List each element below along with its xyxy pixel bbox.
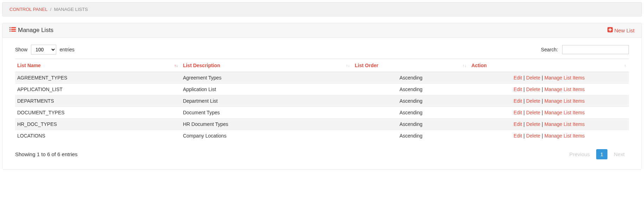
table-row: LOCATIONSCompany LocationsAscendingEdit|…	[15, 130, 629, 142]
table-row: DEPARTMENTSDepartment ListAscendingEdit|…	[15, 95, 629, 107]
action-separator: |	[540, 133, 545, 139]
manage-list-items-link[interactable]: Manage List Items	[545, 98, 585, 104]
action-separator: |	[522, 133, 526, 139]
cell-list-description: Application List	[181, 84, 353, 95]
cell-list-name: DOCUMENT_TYPES	[15, 107, 181, 119]
sort-icon: ↑	[624, 63, 626, 68]
cell-list-description: HR Document Types	[181, 119, 353, 130]
length-select[interactable]: 100	[31, 45, 56, 55]
edit-link[interactable]: Edit	[514, 133, 522, 139]
panel-body: Show 100 entries Search: L	[2, 38, 642, 169]
cell-list-order: Ascending	[353, 130, 469, 142]
action-separator: |	[522, 110, 526, 115]
datatable-bottom-bar: Showing 1 to 6 of 6 entries Previous 1 N…	[15, 149, 629, 159]
search-control: Search:	[541, 45, 629, 54]
action-separator: |	[522, 121, 526, 127]
cell-list-order: Ascending	[353, 95, 469, 107]
col-header-description[interactable]: List Description ↑↓	[181, 59, 353, 72]
sort-icon: ↑↓	[346, 63, 350, 68]
svg-rect-5	[11, 31, 16, 32]
panel-header: Manage Lists New List	[2, 23, 642, 38]
svg-rect-3	[11, 27, 16, 28]
action-separator: |	[540, 98, 545, 104]
delete-link[interactable]: Delete	[526, 98, 540, 104]
edit-link[interactable]: Edit	[514, 87, 522, 92]
action-separator: |	[540, 110, 545, 115]
delete-link[interactable]: Delete	[526, 87, 540, 92]
action-separator: |	[540, 121, 545, 127]
cell-list-name: APPLICATION_LIST	[15, 84, 181, 95]
svg-rect-1	[9, 29, 11, 30]
delete-link[interactable]: Delete	[526, 75, 540, 81]
delete-link[interactable]: Delete	[526, 121, 540, 127]
cell-list-description: Agreement Types	[181, 72, 353, 84]
col-header-action[interactable]: Action ↑	[469, 59, 629, 72]
table-row: HR_DOC_TYPESHR Document TypesAscendingEd…	[15, 119, 629, 130]
cell-action: Edit|Delete|Manage List Items	[469, 130, 629, 142]
edit-link[interactable]: Edit	[514, 110, 522, 115]
cell-list-name: AGREEMENT_TYPES	[15, 72, 181, 84]
length-label-post: entries	[60, 47, 75, 52]
pagination: Previous 1 Next	[565, 149, 629, 159]
manage-list-items-link[interactable]: Manage List Items	[545, 121, 585, 127]
delete-link[interactable]: Delete	[526, 110, 540, 115]
col-header-name-text: List Name	[17, 63, 41, 68]
cell-list-order: Ascending	[353, 84, 469, 95]
table-row: DOCUMENT_TYPESDocument TypesAscendingEdi…	[15, 107, 629, 119]
search-input[interactable]	[562, 45, 629, 54]
pagination-page-1[interactable]: 1	[596, 149, 607, 159]
cell-list-description: Department List	[181, 95, 353, 107]
cell-action: Edit|Delete|Manage List Items	[469, 84, 629, 95]
action-separator: |	[540, 87, 545, 92]
svg-rect-0	[9, 27, 11, 28]
edit-link[interactable]: Edit	[514, 75, 522, 81]
edit-link[interactable]: Edit	[514, 98, 522, 104]
cell-list-name: HR_DOC_TYPES	[15, 119, 181, 130]
sort-asc-icon: ↑↓	[174, 63, 178, 68]
sort-icon: ↑↓	[463, 63, 466, 68]
action-separator: |	[522, 87, 526, 92]
cell-list-order: Ascending	[353, 107, 469, 119]
manage-list-items-link[interactable]: Manage List Items	[545, 75, 585, 81]
edit-link[interactable]: Edit	[514, 121, 522, 127]
col-header-order[interactable]: List Order ↑↓	[353, 59, 469, 72]
search-label: Search:	[541, 47, 558, 52]
pagination-previous[interactable]: Previous	[565, 149, 594, 159]
new-list-label: New List	[614, 27, 635, 33]
panel-title: Manage Lists	[9, 27, 53, 34]
col-header-order-text: List Order	[355, 63, 378, 68]
cell-list-description: Document Types	[181, 107, 353, 119]
svg-rect-8	[608, 29, 612, 30]
length-label-pre: Show	[15, 47, 27, 52]
cell-action: Edit|Delete|Manage List Items	[469, 119, 629, 130]
action-separator: |	[522, 75, 526, 81]
plus-square-icon	[607, 27, 613, 33]
manage-list-items-link[interactable]: Manage List Items	[545, 110, 585, 115]
panel-title-text: Manage Lists	[18, 27, 53, 34]
lists-table: List Name ↑↓ List Description ↑↓ List Or…	[15, 59, 629, 141]
cell-action: Edit|Delete|Manage List Items	[469, 72, 629, 84]
cell-list-order: Ascending	[353, 72, 469, 84]
svg-rect-4	[11, 29, 16, 30]
datatable-info: Showing 1 to 6 of 6 entries	[15, 151, 78, 157]
delete-link[interactable]: Delete	[526, 133, 540, 139]
breadcrumb-separator: /	[49, 7, 53, 12]
cell-list-order: Ascending	[353, 119, 469, 130]
action-separator: |	[540, 75, 545, 81]
pagination-next[interactable]: Next	[610, 149, 629, 159]
manage-list-items-link[interactable]: Manage List Items	[545, 133, 585, 139]
breadcrumb-root-link[interactable]: CONTROL PANEL	[9, 7, 47, 12]
col-header-description-text: List Description	[183, 63, 220, 68]
cell-list-name: DEPARTMENTS	[15, 95, 181, 107]
table-row: AGREEMENT_TYPESAgreement TypesAscendingE…	[15, 72, 629, 84]
new-list-button[interactable]: New List	[607, 27, 635, 33]
list-icon	[9, 27, 16, 34]
col-header-name[interactable]: List Name ↑↓	[15, 59, 181, 72]
action-separator: |	[522, 98, 526, 104]
breadcrumb-current: MANAGE LISTS	[54, 7, 88, 12]
cell-list-name: LOCATIONS	[15, 130, 181, 142]
datatable-top-bar: Show 100 entries Search:	[15, 45, 629, 55]
manage-list-items-link[interactable]: Manage List Items	[545, 87, 585, 92]
cell-action: Edit|Delete|Manage List Items	[469, 95, 629, 107]
breadcrumb: CONTROL PANEL / MANAGE LISTS	[2, 2, 642, 17]
